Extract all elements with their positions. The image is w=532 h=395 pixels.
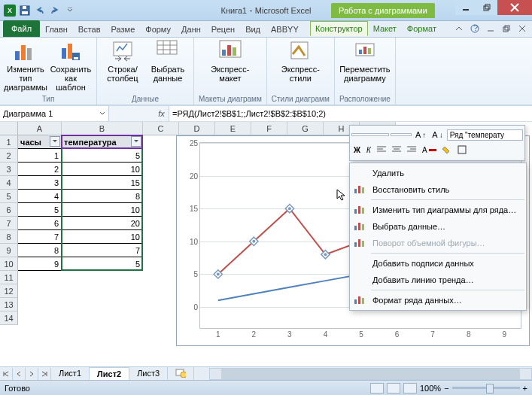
cell[interactable]: 3 xyxy=(18,176,62,190)
cell[interactable]: 9 xyxy=(18,257,62,271)
formula-input[interactable]: =РЯД(Лист2!$B$1;;Лист2!$B$2:$B$10;2) xyxy=(169,106,532,121)
align-left-icon[interactable] xyxy=(375,145,388,154)
sheet-tab[interactable]: Лист2 xyxy=(90,367,129,380)
new-sheet-button[interactable] xyxy=(168,367,194,381)
row-header[interactable]: 8 xyxy=(0,230,18,244)
normal-view-icon[interactable] xyxy=(370,383,384,393)
tab-file[interactable]: Файл xyxy=(3,20,40,37)
select-all-button[interactable] xyxy=(0,122,18,135)
save-template-button[interactable]: Сохранить как шаблон xyxy=(50,39,92,92)
cell[interactable]: температура xyxy=(62,135,143,149)
zoom-level[interactable]: 100% xyxy=(420,384,441,393)
row-header[interactable]: 6 xyxy=(0,203,18,217)
font-color-icon[interactable]: A xyxy=(420,145,439,155)
cell[interactable]: 7 xyxy=(18,230,62,244)
change-chart-type-button[interactable]: Изменить тип диаграммы xyxy=(5,39,47,92)
pagelayout-view-icon[interactable] xyxy=(387,383,400,393)
tab-review[interactable]: Рецен xyxy=(206,22,240,37)
doc-restore-button[interactable] xyxy=(500,23,513,35)
doc-close-button[interactable] xyxy=(515,23,529,35)
row-header[interactable]: 3 xyxy=(0,163,18,176)
cell[interactable]: 10 xyxy=(62,230,143,244)
cell[interactable]: 5 xyxy=(62,257,143,271)
italic-button[interactable]: К xyxy=(364,145,373,155)
column-header[interactable]: A xyxy=(18,122,62,135)
column-header[interactable]: F xyxy=(251,122,287,135)
name-box[interactable]: Диаграмма 1 xyxy=(0,106,109,121)
row-header[interactable]: 5 xyxy=(0,190,18,203)
save-icon[interactable] xyxy=(18,4,32,17)
fill-color-icon[interactable] xyxy=(440,144,454,155)
cell[interactable]: 1 xyxy=(18,149,62,163)
doc-minimize-button[interactable] xyxy=(484,23,497,35)
outline-color-icon[interactable] xyxy=(455,144,469,155)
column-header[interactable]: D xyxy=(179,122,215,135)
cell[interactable]: 10 xyxy=(62,163,143,176)
row-header[interactable]: 9 xyxy=(0,244,18,257)
tab-chart-layout[interactable]: Макет xyxy=(368,21,402,36)
cell[interactable]: 15 xyxy=(62,176,143,190)
tab-view[interactable]: Вид xyxy=(240,22,266,37)
cell[interactable]: 20 xyxy=(62,217,143,230)
switch-row-column-button[interactable]: Строка/столбец xyxy=(102,39,144,83)
undo-icon[interactable] xyxy=(33,4,47,17)
tab-formulas[interactable]: Форму xyxy=(140,22,176,37)
redo-icon[interactable] xyxy=(48,4,62,17)
column-header[interactable]: C xyxy=(143,122,179,135)
move-chart-button[interactable]: Переместить диаграмму xyxy=(344,39,386,83)
column-header[interactable]: G xyxy=(287,122,324,135)
sheet-next-icon[interactable] xyxy=(26,368,38,380)
sheet-tab[interactable]: Лист1 xyxy=(51,367,90,380)
column-header[interactable]: E xyxy=(215,122,251,135)
shrink-font-icon[interactable]: A↓ xyxy=(430,129,445,140)
row-header[interactable]: 2 xyxy=(0,149,18,163)
sheet-last-icon[interactable] xyxy=(38,368,51,380)
select-data-button[interactable]: Выбрать данные xyxy=(147,39,189,83)
tab-data[interactable]: Данн xyxy=(176,22,206,37)
excel-logo[interactable]: X xyxy=(3,4,17,17)
zoom-out-button[interactable]: − xyxy=(444,384,448,393)
tab-insert[interactable]: Встав xyxy=(73,22,106,37)
column-header[interactable]: B xyxy=(62,122,143,135)
font-combo[interactable] xyxy=(351,133,389,136)
align-center-icon[interactable] xyxy=(390,145,403,154)
row-header[interactable]: 1 xyxy=(0,135,18,149)
cell[interactable]: 6 xyxy=(18,217,62,230)
row-header[interactable]: 10 xyxy=(0,257,18,271)
row-header[interactable]: 7 xyxy=(0,217,18,230)
sheet-tab[interactable]: Лист3 xyxy=(129,367,168,380)
tab-pagelayout[interactable]: Разме xyxy=(106,22,141,37)
align-right-icon[interactable] xyxy=(405,145,418,154)
quick-styles-button[interactable]: Экспресс-стили xyxy=(279,39,321,83)
row-header[interactable]: 4 xyxy=(0,176,18,190)
sheet-prev-icon[interactable] xyxy=(13,368,26,380)
pagebreak-view-icon[interactable] xyxy=(403,383,417,393)
sheet-first-icon[interactable] xyxy=(0,368,13,380)
cell[interactable]: 10 xyxy=(62,203,143,217)
tab-chart-format[interactable]: Формат xyxy=(402,21,442,36)
filter-dropdown-icon[interactable] xyxy=(131,136,141,147)
filter-dropdown-icon[interactable] xyxy=(50,136,60,147)
menu-item-datalabels[interactable]: Добавить подписи данных xyxy=(350,255,526,272)
cell[interactable]: 8 xyxy=(62,190,143,203)
qat-dropdown-icon[interactable] xyxy=(63,4,77,17)
zoom-slider[interactable] xyxy=(452,387,520,389)
horizontal-scrollbar[interactable] xyxy=(209,368,532,380)
zoom-in-button[interactable]: + xyxy=(523,384,527,393)
cell[interactable]: 8 xyxy=(18,244,62,257)
cell[interactable]: 2 xyxy=(18,163,62,176)
row-header[interactable]: 11 xyxy=(0,271,18,284)
tab-chart-design[interactable]: Конструктор xyxy=(310,21,368,36)
fontsize-combo[interactable] xyxy=(391,133,412,136)
minimize-button[interactable] xyxy=(455,0,476,15)
help-icon[interactable]: ? xyxy=(468,23,482,35)
menu-item-fmtseries[interactable]: Формат ряда данных… xyxy=(350,292,526,308)
grow-font-icon[interactable]: A↑ xyxy=(413,129,428,140)
cell[interactable]: 4 xyxy=(18,190,62,203)
menu-item-selectdata[interactable]: Выбрать данные… xyxy=(350,218,526,235)
cell[interactable]: 5 xyxy=(62,149,143,163)
row-header[interactable]: 14 xyxy=(0,311,18,325)
quick-layout-button[interactable]: Экспресс-макет xyxy=(209,39,251,83)
cell[interactable]: 7 xyxy=(62,244,143,257)
close-button[interactable] xyxy=(497,0,532,15)
